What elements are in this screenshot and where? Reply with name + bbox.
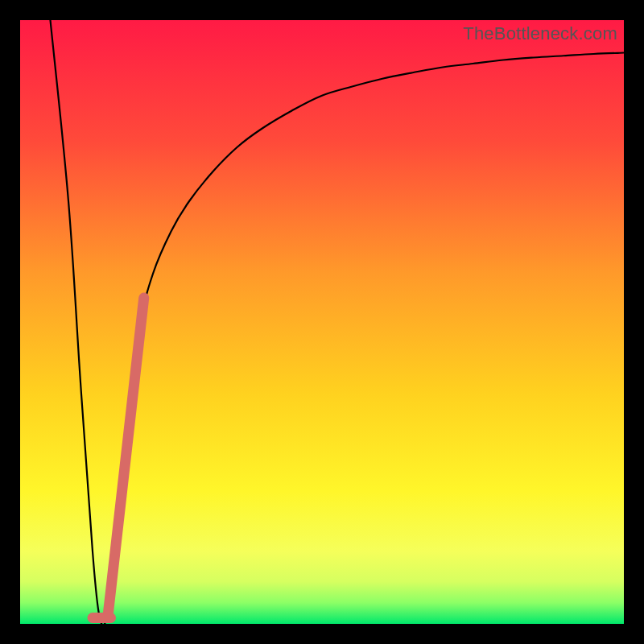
gradient-background [20, 20, 624, 624]
bottleneck-chart [20, 20, 624, 624]
plot-area: TheBottleneck.com [20, 20, 624, 624]
chart-frame: TheBottleneck.com [0, 0, 644, 644]
watermark-text: TheBottleneck.com [463, 23, 617, 44]
